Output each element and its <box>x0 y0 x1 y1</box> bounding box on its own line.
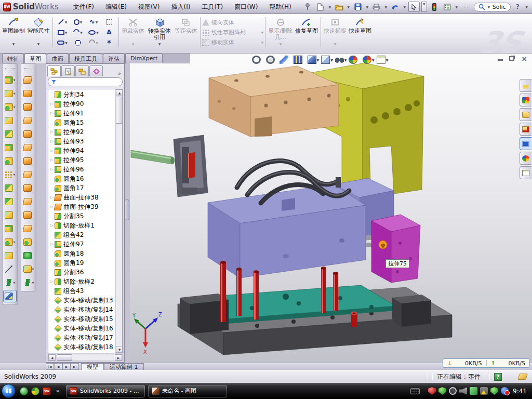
point-tool[interactable]: * <box>101 37 117 48</box>
headsup-button[interactable]: ▼ <box>335 56 347 64</box>
expand-arrow-icon[interactable]: ▷ <box>49 111 55 115</box>
circle-tool[interactable]: ▼ <box>70 17 86 27</box>
surfaces-toolbar-button[interactable]: ▼ <box>22 209 35 221</box>
features-toolbar-button[interactable]: ▼ <box>3 195 17 208</box>
search-scope-dropdown[interactable]: ▼ <box>487 5 491 9</box>
network-icon[interactable] <box>470 387 477 395</box>
open-dropdown[interactable]: ▼ <box>347 5 351 9</box>
scroll-left-button[interactable]: ◀ <box>48 354 56 361</box>
surfaces-toolbar-button[interactable]: ▼ <box>22 141 35 154</box>
task-pane-tab[interactable] <box>520 166 531 179</box>
features-toolbar-button[interactable]: ▼ <box>3 290 17 302</box>
bottom-tab[interactable]: 模型 <box>81 363 104 370</box>
features-toolbar-button[interactable]: ▼ <box>3 155 17 167</box>
scroll-down-button[interactable]: ▼ <box>116 346 123 353</box>
feature-tree-item[interactable]: ▷ 实体-移动/复制17 <box>48 333 115 342</box>
feature-tree-item[interactable]: ▷ 组合42 <box>48 230 115 240</box>
task-pane-tab[interactable] <box>520 137 531 150</box>
headsup-button[interactable]: ▼ <box>377 56 389 64</box>
expand-arrow-icon[interactable]: ▷ <box>49 158 55 162</box>
pin-toolbar-icon[interactable] <box>302 2 313 12</box>
ribbon-tab[interactable]: 评估 <box>103 54 125 63</box>
help-button[interactable]: ? <box>516 3 520 10</box>
search-input[interactable]: Solic <box>493 4 506 10</box>
update-icon[interactable] <box>449 387 457 395</box>
feature-tree-item[interactable]: ▷ 组合43 <box>48 286 115 296</box>
features-toolbar-button[interactable]: ▼ <box>3 74 17 86</box>
feature-tree-item[interactable]: ▷ 分割35 <box>48 211 115 221</box>
surfaces-toolbar-button[interactable]: ▼ <box>22 155 35 167</box>
feature-tree-item[interactable]: ▷ 圆角17 <box>48 183 115 193</box>
display-delete-relations-button[interactable]: 显示/删除几... ▼ <box>267 16 294 49</box>
spline-tool[interactable]: ∿▼ <box>86 17 101 27</box>
surfaces-toolbar-button[interactable]: ▼ <box>22 276 35 289</box>
tab-nav-button[interactable]: ▶ <box>62 363 71 370</box>
task-pane-tab[interactable] <box>520 152 531 165</box>
feature-tree-item[interactable]: ▷ 圆角15 <box>48 118 115 127</box>
tree-filter-box[interactable] <box>48 77 123 86</box>
sketch-fillet-tool[interactable]: ▼ <box>86 37 101 48</box>
tree-horizontal-scrollbar[interactable]: ◀ ▶ <box>48 354 123 361</box>
select-dropdown[interactable]: ▼ <box>421 2 427 12</box>
feature-tree-item[interactable]: ▷ 圆角19 <box>48 258 115 268</box>
linear-sketch-pattern-button[interactable]: 线性草图阵列▼ <box>202 28 263 37</box>
print-dropdown[interactable]: ▼ <box>384 5 388 9</box>
features-toolbar-button[interactable]: ▼ <box>3 141 17 154</box>
feature-tree-item[interactable]: ▷ 切除-放样1 <box>48 221 115 230</box>
headsup-button[interactable]: ▼ <box>280 56 291 64</box>
toolbar-overflow-button[interactable]: ⋯ <box>460 2 472 12</box>
graphics-viewport[interactable]: φ <box>130 54 532 363</box>
scroll-thumb[interactable] <box>57 354 72 361</box>
feature-tree-item[interactable]: ▷ 切除-放样2 <box>48 277 115 286</box>
volume-icon[interactable] <box>459 387 467 395</box>
sketch-text-tool[interactable]: A <box>101 27 117 37</box>
start-button[interactable] <box>2 384 16 398</box>
scroll-up-button[interactable]: ▲ <box>116 89 123 96</box>
surfaces-toolbar-button[interactable]: ▼ <box>22 182 35 194</box>
panel-overflow-button[interactable]: » <box>116 71 123 76</box>
new-document-dropdown[interactable]: ▼ <box>328 5 332 9</box>
features-toolbar-button[interactable]: ▼ <box>3 249 17 262</box>
quick-launch-overflow[interactable]: » <box>56 388 60 394</box>
keyboard-layout-icon[interactable] <box>410 388 420 394</box>
undo-dropdown[interactable]: ▼ <box>403 5 407 9</box>
tree-vertical-scrollbar[interactable]: ▲ ▼ <box>115 89 122 353</box>
feature-tree-item[interactable]: ▷ 实体-移动/复制16 <box>48 324 115 333</box>
feature-tree-item[interactable]: ▷ 分割36 <box>48 268 115 277</box>
antivirus-icon[interactable] <box>438 387 446 395</box>
convert-entities-button[interactable]: 转换实体引用 ▼ <box>145 16 174 49</box>
feature-tree-item[interactable]: ▷ 实体-移动/复制14 <box>48 305 115 314</box>
select-box-tool[interactable] <box>101 17 117 27</box>
features-toolbar-button[interactable]: ▼ <box>3 128 17 140</box>
headsup-button[interactable]: ▼ <box>321 56 333 64</box>
surfaces-toolbar-button[interactable]: ▼ <box>22 168 35 181</box>
panel-splitter[interactable] <box>125 63 130 363</box>
tab-nav-button[interactable]: ◀ <box>54 363 62 370</box>
new-document-button[interactable] <box>315 2 326 12</box>
doc-restore-button[interactable] <box>509 56 514 61</box>
feature-tree-item[interactable]: ▷ 实体-移动/复制15 <box>48 314 115 324</box>
menu-item[interactable]: 窗口(W) <box>229 1 263 13</box>
splitter-handle[interactable] <box>125 200 129 220</box>
features-toolbar-button[interactable]: ▼ <box>3 236 17 248</box>
feature-tree-item[interactable]: ▷ 实体-移动/复制18 <box>48 342 115 352</box>
taskbar-task-solidworks[interactable]: SW SolidWorks 2009 - ... <box>66 385 145 397</box>
mirror-entities-button[interactable]: 镜向实体 <box>202 18 263 27</box>
slot-tool[interactable]: ▼ <box>55 37 70 48</box>
surfaces-toolbar-button[interactable]: ▼ <box>22 74 35 86</box>
expand-arrow-icon[interactable]: ▷ <box>49 280 55 284</box>
save-button[interactable] <box>352 2 364 12</box>
features-toolbar-button[interactable]: ▼ <box>3 87 17 100</box>
sync-alert-icon[interactable] <box>501 387 509 395</box>
feature-tree-item[interactable]: ▷ 圆角16 <box>48 174 115 183</box>
features-toolbar-button[interactable]: ▼ <box>3 222 17 235</box>
options-dropdown[interactable]: ▼ <box>455 5 459 9</box>
task-pane-tab[interactable] <box>520 123 531 136</box>
headsup-button[interactable]: ▼ <box>308 56 320 64</box>
print-button[interactable] <box>371 2 382 12</box>
rapid-sketch-button[interactable]: 快速草图 <box>348 16 373 49</box>
feature-tree-item[interactable]: ▷ 拉伸90 <box>48 99 115 109</box>
expand-arrow-icon[interactable]: ▷ <box>49 130 55 134</box>
menu-item[interactable]: 视图(V) <box>133 1 165 13</box>
expand-arrow-icon[interactable]: ▷ <box>49 167 55 171</box>
